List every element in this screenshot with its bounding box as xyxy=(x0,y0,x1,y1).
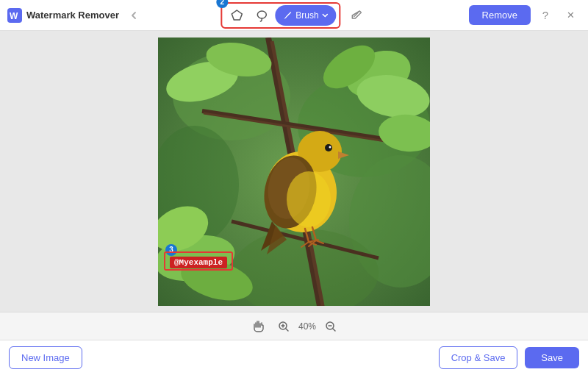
lasso-tool-button[interactable] xyxy=(250,5,273,26)
app-title: Watermark Remover xyxy=(26,10,119,21)
back-icon xyxy=(128,10,140,21)
zoom-in-icon xyxy=(278,321,290,332)
title-bar-left: W Watermark Remover xyxy=(7,5,144,26)
save-button[interactable]: Save xyxy=(525,347,579,368)
help-button[interactable]: ? xyxy=(535,5,556,26)
footer-right: Crop & Save Save xyxy=(439,346,579,369)
lasso-icon xyxy=(255,9,268,22)
watermark-selection-box: @Myexample xyxy=(164,251,233,271)
svg-point-28 xyxy=(325,144,332,151)
close-icon: ✕ xyxy=(567,10,575,21)
crop-save-button[interactable]: Crop & Save xyxy=(439,346,518,369)
svg-text:W: W xyxy=(10,11,18,21)
title-bar-right: Remove ? ✕ xyxy=(469,5,581,26)
title-bar: W Watermark Remover 2 xyxy=(0,0,588,31)
polygon-icon xyxy=(230,9,243,22)
hand-tool-button[interactable] xyxy=(248,316,269,337)
app-logo-icon: W xyxy=(7,8,22,23)
watermark-container: @Myexample xyxy=(164,251,233,271)
svg-point-34 xyxy=(287,171,331,227)
zoom-bar: 40% xyxy=(0,312,588,340)
toolbar-center: 2 Brush xyxy=(220,2,367,29)
image-container: 3 @Myexample xyxy=(158,38,430,306)
zoom-out-icon xyxy=(325,321,337,332)
help-icon: ? xyxy=(542,9,548,21)
brush-tool-button[interactable]: Brush xyxy=(275,5,336,26)
brush-label: Brush xyxy=(295,10,318,21)
watermark-text: @Myexample xyxy=(170,257,227,268)
eraser-button[interactable] xyxy=(347,5,368,26)
zoom-level: 40% xyxy=(298,321,316,332)
svg-line-45 xyxy=(286,329,288,331)
zoom-in-button[interactable] xyxy=(275,318,293,335)
zoom-out-button[interactable] xyxy=(322,318,340,335)
brush-icon xyxy=(282,10,293,21)
hand-icon xyxy=(252,320,265,333)
eraser-icon xyxy=(350,8,365,23)
brush-dropdown-icon xyxy=(322,12,329,19)
back-button[interactable] xyxy=(123,5,144,26)
main-canvas-area: 3 @Myexample xyxy=(0,31,588,312)
svg-point-29 xyxy=(329,146,331,148)
svg-point-3 xyxy=(257,11,266,18)
tool-group: 2 Brush xyxy=(220,2,340,29)
polygon-tool-button[interactable] xyxy=(225,5,248,26)
new-image-button[interactable]: New Image xyxy=(9,346,82,369)
bird-image: 3 @Myexample xyxy=(158,38,430,306)
svg-marker-2 xyxy=(232,10,242,20)
svg-line-48 xyxy=(333,329,335,331)
remove-button[interactable]: Remove xyxy=(469,5,531,25)
close-button[interactable]: ✕ xyxy=(560,5,581,26)
footer-bar: New Image Crop & Save Save xyxy=(0,340,588,375)
